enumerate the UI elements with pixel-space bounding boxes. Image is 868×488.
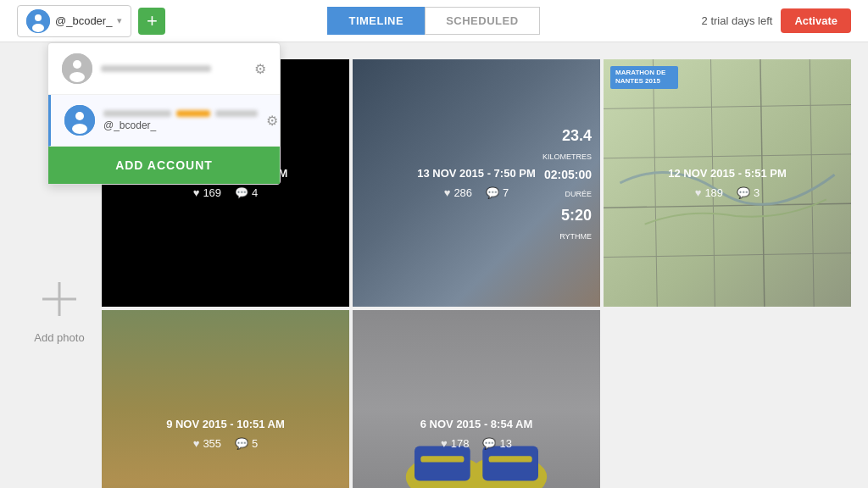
activate-button[interactable]: Activate — [781, 8, 851, 33]
add-photo-label: Add photo — [34, 331, 84, 344]
heart-icon-4: ♥ — [193, 437, 200, 450]
photo-stats-4: ♥ 355 💬 5 — [193, 437, 259, 450]
dropdown-avatar-2 — [64, 105, 95, 136]
photo-overlay-4: 9 NOV 2015 - 10:51 AM ♥ 355 💬 5 — [102, 310, 349, 488]
blurred-row1 — [103, 110, 171, 117]
photo-likes-3: ♥ 189 — [695, 186, 723, 199]
photo-cell-4[interactable]: 9 NOV 2015 - 10:51 AM ♥ 355 💬 5 — [102, 310, 349, 488]
photo-stats-5: ♥ 178 💬 13 — [441, 437, 512, 450]
svg-point-1 — [35, 14, 42, 21]
photo-date-5: 6 NOV 2015 - 8:54 AM — [420, 418, 532, 430]
account-name: @_bcoder_ — [55, 14, 112, 27]
likes-count-1: 169 — [203, 186, 221, 199]
heart-icon-2: ♥ — [444, 186, 451, 199]
comment-icon-3: 💬 — [737, 186, 750, 199]
comment-icon-4: 💬 — [235, 437, 248, 450]
likes-count-2: 286 — [453, 186, 472, 199]
photo-stats-3: ♥ 189 💬 3 — [695, 186, 760, 199]
photo-likes-1: ♥ 169 — [193, 186, 221, 199]
harbor-duration: 02:05:00 DURÉE — [542, 164, 592, 201]
photo-date-3: 12 NOV 2015 - 5:51 PM — [668, 167, 786, 180]
heart-icon-1: ♥ — [193, 186, 200, 199]
tab-scheduled[interactable]: SCHEDULED — [425, 7, 539, 35]
photo-likes-5: ♥ 178 — [441, 437, 469, 450]
dropdown-item-bcoder[interactable]: @_bcoder_ ⚙ — [48, 95, 280, 147]
svg-point-5 — [70, 72, 85, 82]
comment-icon-1: 💬 — [235, 186, 248, 199]
photo-likes-4: ♥ 355 — [193, 437, 221, 450]
header: @_bcoder_ ▾ + TIMELINE SCHEDULED 2 trial… — [0, 0, 868, 42]
account-info-1 — [101, 65, 246, 72]
dropdown-item-blurred[interactable]: ⚙ — [48, 43, 280, 95]
photo-date-2: 13 NOV 2015 - 7:50 PM — [417, 167, 535, 180]
comments-count-1: 4 — [252, 186, 258, 199]
comments-count-2: 7 — [503, 186, 509, 199]
photo-cell-5[interactable]: 6 NOV 2015 - 8:54 AM ♥ 178 💬 13 — [353, 310, 600, 488]
chevron-down-icon: ▾ — [117, 15, 122, 26]
tab-timeline[interactable]: TIMELINE — [327, 7, 425, 35]
photo-comments-3: 💬 3 — [737, 186, 760, 199]
dropdown-username-2: @_bcoder_ — [103, 119, 258, 131]
heart-icon-3: ♥ — [695, 186, 702, 199]
photo-date-4: 9 NOV 2015 - 10:51 AM — [166, 418, 285, 430]
blurred-username — [101, 65, 211, 72]
avatar — [26, 9, 50, 33]
likes-count-5: 178 — [451, 437, 470, 450]
harbor-km: 23.4 KILOMETRES — [542, 122, 592, 164]
header-left: @_bcoder_ ▾ + — [17, 5, 165, 37]
trial-text: 2 trial days left — [702, 14, 773, 27]
add-photo-icon — [34, 274, 85, 324]
blurred-row2 — [215, 110, 258, 117]
account-dropdown: ⚙ @_bcoder_ ⚙ ADD ACCOUNT — [47, 42, 281, 185]
photo-comments-1: 💬 4 — [235, 186, 258, 199]
header-right: 2 trial days left Activate — [702, 8, 851, 33]
blurred-badge — [176, 110, 210, 117]
photo-likes-2: ♥ 286 — [444, 186, 472, 199]
photo-comments-2: 💬 7 — [486, 186, 509, 199]
svg-point-8 — [72, 124, 87, 134]
likes-count-3: 189 — [704, 186, 723, 199]
svg-point-2 — [32, 24, 44, 32]
svg-point-4 — [73, 60, 81, 69]
gear-icon-2[interactable]: ⚙ — [266, 113, 278, 129]
photo-stats-2: ♥ 286 💬 7 — [444, 186, 509, 199]
harbor-stats: 23.4 KILOMETRES 02:05:00 DURÉE 5:20 RYTH… — [542, 122, 592, 244]
photo-comments-4: 💬 5 — [235, 437, 258, 450]
add-account-button[interactable]: ADD ACCOUNT — [48, 147, 280, 184]
photo-overlay-3: 12 NOV 2015 - 5:51 PM ♥ 189 💬 3 — [604, 59, 851, 307]
dropdown-avatar-1 — [62, 53, 92, 84]
gear-icon-1[interactable]: ⚙ — [254, 61, 266, 77]
harbor-pace: 5:20 RYTHME — [542, 202, 592, 244]
comments-count-3: 3 — [754, 186, 760, 199]
photo-cell-2[interactable]: 13 NOV 2015 - 7:50 PM ♥ 286 💬 7 23.4 KI — [353, 59, 600, 307]
tab-bar: TIMELINE SCHEDULED — [327, 7, 539, 35]
likes-count-4: 355 — [203, 437, 221, 450]
svg-point-7 — [75, 112, 84, 120]
photo-stats-1: ♥ 169 💬 4 — [193, 186, 259, 199]
photo-comments-5: 💬 13 — [482, 437, 511, 450]
comment-icon-2: 💬 — [486, 186, 499, 199]
comments-count-4: 5 — [252, 437, 258, 450]
add-button[interactable]: + — [138, 8, 165, 35]
account-info-2: @_bcoder_ — [103, 110, 258, 131]
photo-cell-3[interactable]: MARATHON DE NANTES 2015 12 NOV 2015 - 5:… — [604, 59, 851, 307]
comments-count-5: 13 — [499, 437, 511, 450]
photo-overlay-5: 6 NOV 2015 - 8:54 AM ♥ 178 💬 13 — [353, 310, 600, 488]
account-name-row — [103, 110, 258, 117]
comment-icon-5: 💬 — [482, 437, 496, 450]
account-selector[interactable]: @_bcoder_ ▾ — [17, 5, 131, 37]
heart-icon-5: ♥ — [441, 437, 448, 450]
